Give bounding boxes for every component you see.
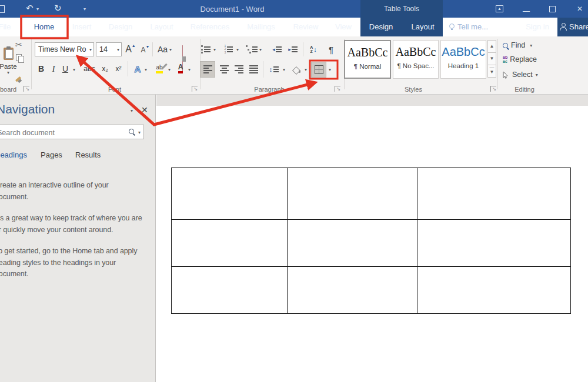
- align-center-button[interactable]: [217, 61, 231, 78]
- minimize-icon[interactable]: —: [523, 8, 530, 15]
- close-icon[interactable]: ✕: [577, 5, 583, 12]
- table-tools-label: Table Tools: [360, 5, 443, 13]
- font-size-combo[interactable]: 14 ▾: [96, 42, 122, 56]
- tell-me-box[interactable]: Tell me...: [449, 18, 514, 36]
- cut-icon[interactable]: ✂: [15, 40, 22, 49]
- table-cell[interactable]: [172, 168, 288, 220]
- grow-font-button[interactable]: A▲: [123, 42, 138, 56]
- nav-tab-pages[interactable]: Pages: [41, 150, 62, 159]
- ribbon-display-options-icon[interactable]: ▲: [496, 5, 503, 12]
- nav-tab-headings[interactable]: Headings: [0, 150, 27, 159]
- tab-design[interactable]: Design: [105, 18, 136, 36]
- shrink-font-button[interactable]: A▼: [139, 43, 152, 56]
- bold-button[interactable]: B: [35, 61, 47, 76]
- shading-button[interactable]: [289, 61, 304, 78]
- tab-tabletools-layout[interactable]: Layout: [406, 18, 439, 36]
- font-color-dropdown-icon[interactable]: ▾: [188, 67, 191, 72]
- nav-tab-results[interactable]: Results: [75, 150, 101, 159]
- navigation-options-icon[interactable]: ▾: [131, 108, 133, 113]
- tab-view[interactable]: View: [330, 18, 356, 36]
- change-case-button[interactable]: Aa▾: [155, 42, 175, 56]
- font-dialog-launcher-icon[interactable]: ↘: [192, 86, 198, 92]
- customize-qat-icon[interactable]: ▾: [83, 6, 86, 12]
- styles-scroll-up-icon[interactable]: ▲: [487, 40, 496, 53]
- table-cell[interactable]: [417, 220, 571, 267]
- highlight-button[interactable]: ab: [151, 61, 168, 76]
- increase-indent-button[interactable]: ▸: [286, 42, 300, 56]
- undo-dropdown-icon[interactable]: ▾: [36, 6, 39, 12]
- align-left-button[interactable]: [200, 61, 215, 78]
- search-icon[interactable]: [129, 129, 134, 134]
- numbering-button[interactable]: 123: [222, 42, 236, 56]
- tab-references[interactable]: References: [188, 18, 232, 36]
- show-marks-button[interactable]: ¶: [324, 42, 338, 56]
- align-right-button[interactable]: [232, 61, 246, 78]
- table-cell[interactable]: [172, 220, 288, 267]
- style-heading1[interactable]: AaBbCc Heading 1: [440, 40, 486, 79]
- multilevel-list-button[interactable]: [245, 42, 259, 56]
- save-icon[interactable]: [0, 5, 5, 13]
- underline-dropdown-icon[interactable]: ▾: [73, 67, 75, 72]
- shading-dropdown-icon[interactable]: ▾: [305, 67, 307, 72]
- highlight-dropdown-icon[interactable]: ▾: [168, 67, 171, 72]
- share-button[interactable]: Share: [557, 18, 588, 36]
- italic-button[interactable]: I: [49, 61, 58, 76]
- styles-dialog-launcher-icon[interactable]: ↘: [490, 86, 496, 92]
- tab-insert[interactable]: Insert: [66, 18, 97, 36]
- decrease-indent-button[interactable]: ◂: [270, 42, 284, 56]
- style-normal[interactable]: AaBbCc ¶ Normal: [344, 40, 391, 79]
- underline-button[interactable]: U: [60, 61, 71, 76]
- table-row: [172, 220, 571, 267]
- search-dropdown-icon[interactable]: ▾: [138, 130, 141, 135]
- table-cell[interactable]: [172, 267, 288, 314]
- clipboard-group-label: Clipboard: [0, 86, 16, 93]
- font-name-combo[interactable]: Times New Ro ▾: [35, 42, 94, 56]
- tab-mailings[interactable]: Mailings: [241, 18, 281, 36]
- paragraph-group-label: Paragraph: [241, 86, 298, 93]
- style-no-spacing[interactable]: AaBbCc ¶ No Spac...: [393, 40, 439, 79]
- sort-button[interactable]: AZ↓: [306, 42, 321, 56]
- redo-icon[interactable]: ↻: [54, 4, 62, 12]
- subscript-button[interactable]: x₂: [99, 61, 111, 76]
- multilevel-dropdown-icon[interactable]: ▾: [259, 47, 262, 52]
- styles-more-icon[interactable]: —▼: [487, 65, 496, 78]
- sign-in-button[interactable]: Sign in: [521, 18, 554, 36]
- tab-home[interactable]: Home: [21, 18, 67, 36]
- paste-dropdown-icon: ▾: [7, 70, 9, 75]
- strikethrough-button[interactable]: abc: [82, 61, 97, 76]
- font-color-button[interactable]: A: [174, 61, 187, 76]
- numbering-dropdown-icon[interactable]: ▾: [236, 47, 239, 52]
- superscript-button[interactable]: x²: [112, 61, 125, 76]
- copy-icon[interactable]: [16, 54, 24, 62]
- table-cell[interactable]: [288, 168, 417, 220]
- find-button[interactable]: Find▾: [503, 41, 532, 49]
- paragraph-dialog-launcher-icon[interactable]: ↘: [335, 86, 340, 92]
- search-input[interactable]: [0, 125, 116, 140]
- tab-file[interactable]: File: [0, 18, 18, 36]
- table-cell[interactable]: [417, 168, 571, 220]
- bullets-dropdown-icon[interactable]: ▾: [213, 47, 216, 52]
- clipboard-dialog-launcher-icon[interactable]: ↘: [24, 86, 29, 92]
- line-spacing-button[interactable]: ↕: [266, 61, 282, 78]
- select-button[interactable]: Select▾: [503, 71, 538, 79]
- borders-icon: [315, 65, 323, 74]
- replace-button[interactable]: abacReplace: [503, 55, 537, 63]
- styles-scroll-down-icon[interactable]: ▼: [487, 52, 496, 65]
- justify-button[interactable]: [246, 61, 260, 78]
- table-cell[interactable]: [417, 267, 571, 314]
- tab-tabletools-design[interactable]: Design: [365, 18, 397, 36]
- text-effects-dropdown-icon[interactable]: ▾: [145, 67, 147, 72]
- text-effects-button[interactable]: A: [131, 61, 144, 76]
- maximize-icon[interactable]: [549, 6, 556, 12]
- table-cell[interactable]: [288, 267, 417, 314]
- tab-review[interactable]: Review: [289, 18, 322, 36]
- table-cell[interactable]: [288, 220, 417, 267]
- borders-dropdown-icon[interactable]: ▾: [329, 67, 331, 72]
- undo-icon[interactable]: ↶: [26, 4, 34, 12]
- tab-layout[interactable]: Layout: [146, 18, 177, 36]
- navigation-close-icon[interactable]: ✕: [141, 105, 148, 115]
- group-separator: [497, 39, 498, 89]
- borders-button[interactable]: [311, 62, 326, 78]
- line-spacing-dropdown-icon[interactable]: ▾: [283, 67, 285, 72]
- bullets-button[interactable]: [199, 42, 213, 56]
